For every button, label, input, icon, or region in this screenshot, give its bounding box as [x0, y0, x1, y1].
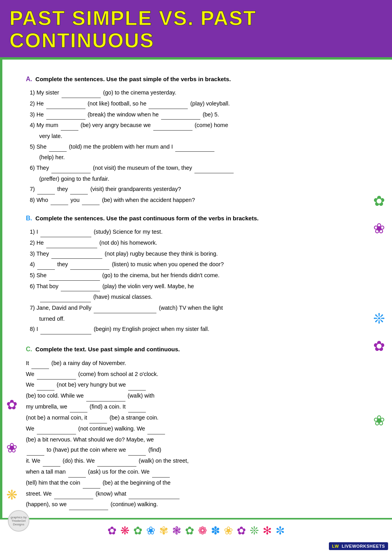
blank [37, 423, 76, 434]
blank [51, 163, 91, 173]
blank [37, 260, 55, 270]
list-item: 6) That boy (play) the violin very well.… [30, 282, 372, 292]
list-item: 3) They (not play) rugby because they th… [30, 249, 372, 259]
blank [86, 391, 125, 401]
liveworksheets-badge: LW LIVEWORKSHEETS [329, 542, 388, 550]
letter-a: A. [26, 76, 32, 82]
footer-flower-9: ✽ [211, 524, 220, 537]
blank [147, 423, 165, 434]
list-item: 8) Who you (be) with when the accident h… [30, 195, 372, 205]
blank [70, 184, 88, 194]
blank [40, 227, 91, 237]
blank [68, 467, 86, 478]
page-title: PAST SIMPLE VS. PAST CONTINUOUS [9, 7, 383, 52]
blank [161, 110, 200, 120]
blank [27, 445, 44, 456]
deco-flower-5: ❀ [373, 412, 385, 429]
section-a-instruction: Complete the sentences. Use the past sim… [35, 76, 231, 82]
deco-flower-3: ❊ [373, 311, 385, 327]
blank [40, 324, 91, 334]
list-item: 1) My sister (go) to the cinema yesterda… [30, 88, 372, 98]
blank [51, 195, 68, 205]
blank [31, 358, 49, 369]
section-a-label: A. Complete the sentences. Use the past … [26, 74, 372, 84]
footer-flower-7: ✿ [185, 524, 194, 537]
footer-flower-6: ❃ [172, 524, 181, 537]
section-c-instruction: Complete the text. Use past simple and c… [35, 346, 180, 352]
content-area: ✿ ❀ ❊ ✿ ❀ ✿ ❀ ❋ A. Complete the sentence… [0, 60, 392, 518]
blank [129, 489, 180, 500]
blank [37, 184, 55, 194]
blank [128, 401, 146, 412]
blank [149, 99, 188, 109]
section-c-text: It (be) a rainy day of November. We (com… [26, 358, 372, 510]
footer-flower-1: ✿ [107, 524, 116, 537]
badge-text: LIVEWORKSHEETS [342, 544, 385, 549]
deco-flower-4: ✿ [373, 338, 385, 354]
logo-circle: graphics byThistleGirlDesigns [8, 510, 29, 532]
blank [89, 412, 107, 423]
footer-flower-2: ❋ [120, 524, 129, 537]
list-item: 7) they (visit) their grandparents yeste… [30, 184, 372, 194]
letter-c: C. [26, 346, 32, 352]
blank [175, 142, 214, 152]
footer-flower-12: ❊ [250, 524, 259, 537]
list-item: turned off. [39, 314, 372, 324]
list-item: 3) He (break) the window when he (be) 5. [30, 110, 372, 120]
list-item: (have) musical classes. [39, 292, 372, 302]
blank [82, 195, 100, 205]
footer-flower-3: ✿ [133, 524, 142, 537]
section-b-list: 1) I (study) Science for my test. 2) He … [30, 227, 372, 334]
blank [49, 142, 67, 152]
list-item: 2) He (not like) football, so he (play) … [30, 99, 372, 109]
blank [54, 489, 93, 500]
blank [69, 499, 108, 510]
list-item: 4) they (listen) to music when you opene… [30, 260, 372, 270]
footer-flower-10: ❀ [224, 524, 233, 537]
deco-flower-2: ❀ [373, 220, 385, 237]
blank [70, 260, 109, 270]
footer-flower-4: ❀ [146, 524, 155, 537]
badge-lw: LW [332, 544, 339, 549]
blank [46, 99, 85, 109]
blank [49, 271, 100, 281]
footer-flower-13: ✻ [263, 524, 272, 537]
blank [61, 120, 78, 131]
blank [40, 292, 91, 302]
footer-flower-11: ✿ [237, 524, 246, 537]
list-item: 5) She (go) to the cinema, but her frien… [30, 271, 372, 281]
list-item: (help) her. [39, 153, 372, 162]
blank [70, 401, 87, 412]
blank [83, 478, 100, 489]
list-item: 5) She (told) me the problem with her mu… [30, 142, 372, 152]
section-b-instruction: Complete the sentences. Use the past con… [35, 215, 258, 222]
footer-row: graphics byThistleGirlDesigns ✿ ❋ ✿ ❀ ✾ … [0, 518, 392, 542]
blank [128, 380, 146, 391]
blank [46, 110, 85, 120]
deco-flower-left-3: ❋ [6, 487, 17, 503]
blank [46, 238, 97, 248]
list-item: 2) He (not do) his homework. [30, 238, 372, 248]
section-b-label: B. Complete the sentences. Use the past … [26, 214, 372, 223]
section-a-list: 1) My sister (go) to the cinema yesterda… [30, 88, 372, 205]
blank [194, 163, 234, 173]
list-item: 7) Jane, David and Polly (watch) TV when… [30, 303, 372, 313]
deco-flower-1: ✿ [373, 193, 385, 209]
footer-flower-8: ❁ [198, 524, 207, 537]
section-c-label: C. Complete the text. Use past simple an… [26, 345, 372, 354]
blank [62, 88, 101, 98]
blank [43, 456, 60, 467]
footer-flower-5: ✾ [159, 524, 168, 537]
letter-b: B. [26, 215, 32, 222]
logo-area: graphics byThistleGirlDesigns [8, 510, 35, 532]
blank [51, 249, 102, 259]
blank [153, 120, 192, 131]
blank [61, 282, 100, 292]
footer-flower-14: ✼ [276, 524, 285, 537]
list-item: very late. [39, 131, 372, 141]
list-item: 8) I (begin) my English project when my … [30, 324, 372, 334]
blank [128, 445, 146, 456]
list-item: 1) I (study) Science for my test. [30, 227, 372, 237]
blank [37, 369, 76, 380]
blank [94, 303, 156, 313]
